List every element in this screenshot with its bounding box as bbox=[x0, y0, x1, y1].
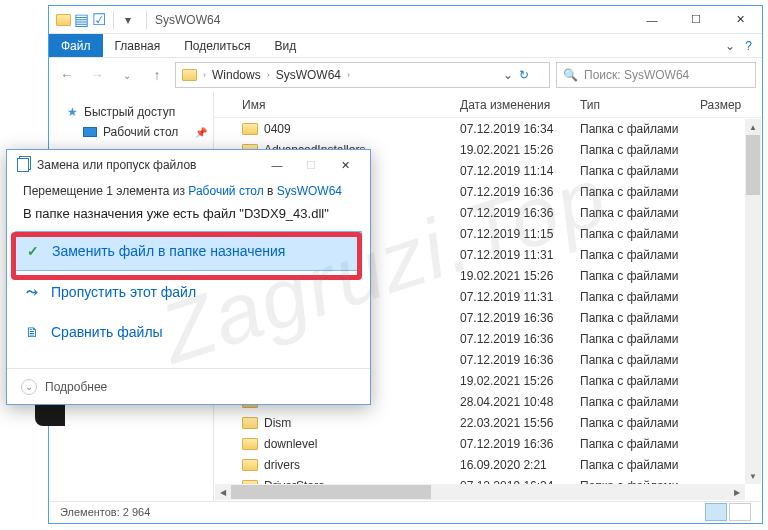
replace-option[interactable]: ✓ Заменить файл в папке назначения bbox=[15, 231, 362, 271]
dialog-dest-link[interactable]: SysWOW64 bbox=[277, 184, 342, 198]
skip-label: Пропустить этот файл bbox=[51, 284, 196, 300]
table-row[interactable]: drivers16.09.2020 2:21Папка с файлами bbox=[214, 454, 762, 475]
scroll-thumb[interactable] bbox=[231, 485, 431, 499]
scroll-thumb[interactable] bbox=[746, 135, 760, 195]
col-name[interactable]: Имя bbox=[214, 98, 452, 112]
dialog-sub-mid: в bbox=[264, 184, 277, 198]
view-details-button[interactable] bbox=[705, 503, 727, 521]
folder-icon bbox=[242, 459, 258, 471]
file-date: 19.02.2021 15:26 bbox=[452, 374, 572, 388]
tab-file[interactable]: Файл bbox=[49, 34, 103, 57]
window-title: SysWOW64 bbox=[151, 13, 220, 27]
file-type: Папка с файлами bbox=[572, 395, 692, 409]
file-type: Папка с файлами bbox=[572, 311, 692, 325]
file-date: 07.12.2019 11:14 bbox=[452, 164, 572, 178]
file-type: Папка с файлами bbox=[572, 353, 692, 367]
breadcrumb-item[interactable]: Windows bbox=[212, 68, 261, 82]
dialog-source-link[interactable]: Рабочий стол bbox=[188, 184, 263, 198]
file-type: Папка с файлами bbox=[572, 227, 692, 241]
col-date[interactable]: Дата изменения bbox=[452, 98, 572, 112]
ribbon-tabs: Файл Главная Поделиться Вид ⌄ ? bbox=[49, 34, 762, 58]
qat-props-icon[interactable]: ▤ bbox=[73, 12, 89, 28]
tab-share[interactable]: Поделиться bbox=[172, 34, 262, 57]
scroll-right-icon[interactable]: ▶ bbox=[729, 484, 745, 500]
dialog-minimize-button[interactable]: — bbox=[260, 151, 294, 179]
scroll-up-icon[interactable]: ▲ bbox=[745, 119, 761, 135]
file-type: Папка с файлами bbox=[572, 143, 692, 157]
file-name: 0409 bbox=[264, 122, 291, 136]
file-date: 07.12.2019 16:36 bbox=[452, 437, 572, 451]
file-date: 16.09.2020 2:21 bbox=[452, 458, 572, 472]
forward-button[interactable]: → bbox=[85, 63, 109, 87]
close-button[interactable]: ✕ bbox=[718, 6, 762, 34]
file-type: Папка с файлами bbox=[572, 248, 692, 262]
file-name: drivers bbox=[264, 458, 300, 472]
dialog-maximize-button[interactable]: ☐ bbox=[294, 151, 328, 179]
folder-icon bbox=[242, 438, 258, 450]
replace-skip-dialog: Замена или пропуск файлов — ☐ ✕ Перемеще… bbox=[6, 149, 371, 405]
breadcrumb-item[interactable]: SysWOW64 bbox=[276, 68, 341, 82]
folder-icon bbox=[55, 12, 71, 28]
compare-label: Сравнить файлы bbox=[51, 324, 163, 340]
dialog-close-button[interactable]: ✕ bbox=[328, 151, 362, 179]
scroll-down-icon[interactable]: ▼ bbox=[745, 468, 761, 484]
star-icon: ★ bbox=[67, 105, 78, 119]
replace-label: Заменить файл в папке назначения bbox=[52, 243, 285, 259]
tab-home[interactable]: Главная bbox=[103, 34, 173, 57]
file-date: 07.12.2019 11:31 bbox=[452, 248, 572, 262]
file-type: Папка с файлами bbox=[572, 206, 692, 220]
more-details[interactable]: Подробнее bbox=[45, 380, 107, 394]
ribbon-expand-icon[interactable]: ⌄ bbox=[725, 39, 735, 53]
compare-option[interactable]: 🗎 Сравнить файлы bbox=[15, 313, 362, 351]
chevron-down-icon[interactable]: ⌄ bbox=[21, 379, 37, 395]
titlebar: ▤ ☑ ▾ SysWOW64 — ☐ ✕ bbox=[49, 6, 762, 34]
folder-icon bbox=[242, 123, 258, 135]
up-button[interactable]: ↑ bbox=[145, 63, 169, 87]
copy-icon bbox=[15, 157, 31, 173]
view-large-button[interactable] bbox=[729, 503, 751, 521]
table-row[interactable]: Dism22.03.2021 15:56Папка с файлами bbox=[214, 412, 762, 433]
status-bar: Элементов: 2 964 bbox=[50, 501, 761, 522]
table-row[interactable]: 040907.12.2019 16:34Папка с файлами bbox=[214, 118, 762, 139]
qat-overflow-icon[interactable]: ▾ bbox=[120, 12, 136, 28]
chevron-right-icon: › bbox=[347, 70, 350, 80]
file-date: 07.12.2019 11:15 bbox=[452, 227, 572, 241]
horizontal-scrollbar[interactable]: ◀ ▶ bbox=[215, 484, 745, 500]
address-dropdown-icon[interactable]: ⌄ bbox=[503, 68, 513, 82]
back-button[interactable]: ← bbox=[55, 63, 79, 87]
file-date: 07.12.2019 16:36 bbox=[452, 311, 572, 325]
check-icon: ✓ bbox=[24, 242, 42, 260]
col-type[interactable]: Тип bbox=[572, 98, 692, 112]
recent-button[interactable]: ⌄ bbox=[115, 63, 139, 87]
search-input[interactable]: 🔍 Поиск: SysWOW64 bbox=[556, 62, 756, 88]
help-icon[interactable]: ? bbox=[745, 39, 752, 53]
quick-access[interactable]: ★ Быстрый доступ bbox=[49, 102, 213, 122]
file-type: Папка с файлами bbox=[572, 416, 692, 430]
address-bar[interactable]: › Windows › SysWOW64 › ⌄ ↻ bbox=[175, 62, 550, 88]
maximize-button[interactable]: ☐ bbox=[674, 6, 718, 34]
tab-view[interactable]: Вид bbox=[262, 34, 308, 57]
file-date: 22.03.2021 15:56 bbox=[452, 416, 572, 430]
file-type: Папка с файлами bbox=[572, 332, 692, 346]
address-bar-row: ← → ⌄ ↑ › Windows › SysWOW64 › ⌄ ↻ 🔍 Пои… bbox=[49, 58, 762, 92]
dialog-footer: ⌄ Подробнее bbox=[7, 368, 370, 404]
qat-check-icon[interactable]: ☑ bbox=[91, 12, 107, 28]
dialog-title: Замена или пропуск файлов bbox=[37, 158, 196, 172]
dialog-sub-pre: Перемещение 1 элемента из bbox=[23, 184, 188, 198]
file-date: 07.12.2019 16:36 bbox=[452, 206, 572, 220]
nav-desktop[interactable]: Рабочий стол 📌 bbox=[49, 122, 213, 142]
table-row[interactable]: downlevel07.12.2019 16:36Папка с файлами bbox=[214, 433, 762, 454]
file-name: downlevel bbox=[264, 437, 317, 451]
minimize-button[interactable]: — bbox=[630, 6, 674, 34]
compare-icon: 🗎 bbox=[23, 323, 41, 341]
scroll-left-icon[interactable]: ◀ bbox=[215, 484, 231, 500]
refresh-button[interactable]: ↻ bbox=[519, 68, 543, 82]
file-date: 07.12.2019 16:36 bbox=[452, 332, 572, 346]
chevron-right-icon: › bbox=[267, 70, 270, 80]
vertical-scrollbar[interactable]: ▲ ▼ bbox=[745, 119, 761, 484]
file-type: Папка с файлами bbox=[572, 437, 692, 451]
skip-option[interactable]: ⤳ Пропустить этот файл bbox=[15, 273, 362, 311]
col-size[interactable]: Размер bbox=[692, 98, 752, 112]
file-type: Папка с файлами bbox=[572, 164, 692, 178]
file-date: 07.12.2019 16:34 bbox=[452, 122, 572, 136]
